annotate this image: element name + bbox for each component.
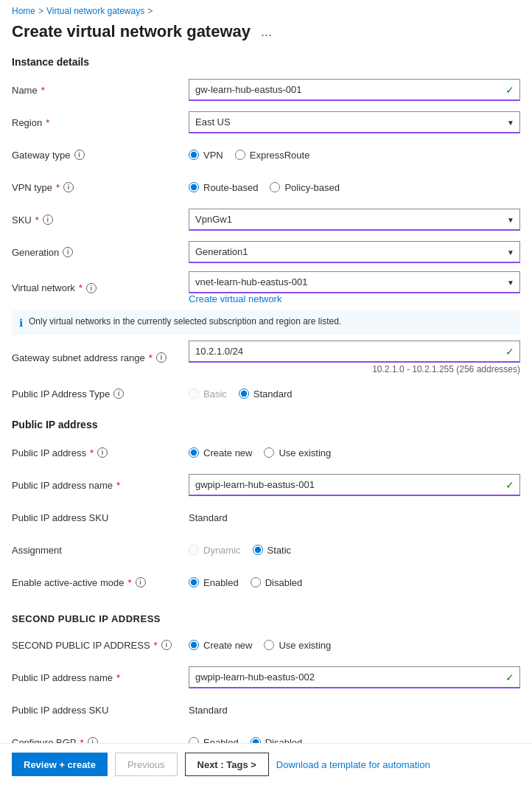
generation-control: Generation1 Generation2 ▼ <box>189 241 520 263</box>
vpn-type-row: VPN type * i Route-based Policy-based <box>12 174 520 200</box>
vpn-type-route-based[interactable]: Route-based <box>189 182 258 193</box>
second-public-ip-control: Create new Use existing <box>189 640 520 651</box>
second-public-ip-existing-radio[interactable] <box>264 640 274 650</box>
gateway-type-expressroute[interactable]: ExpressRoute <box>235 150 310 161</box>
second-public-ip-use-existing[interactable]: Use existing <box>264 640 331 651</box>
public-ip-type-info-icon[interactable]: i <box>113 388 124 399</box>
breadcrumb-vn-gateways[interactable]: Virtual network gateways <box>46 6 144 16</box>
ellipsis-button[interactable]: ... <box>258 24 275 40</box>
second-public-ip-create-radio[interactable] <box>189 640 199 650</box>
vnet-select[interactable]: vnet-learn-hub-eastus-001 <box>189 271 520 293</box>
gateway-type-vpn-radio[interactable] <box>189 150 199 160</box>
gateway-subnet-hint: 10.2.1.0 - 10.2.1.255 (256 addresses) <box>189 363 520 374</box>
gateway-subnet-required: * <box>149 352 153 363</box>
breadcrumb: Home > Virtual network gateways > <box>0 0 532 19</box>
public-ip-type-standard-radio[interactable] <box>239 388 249 399</box>
vnet-required: * <box>79 282 83 293</box>
second-public-ip-create-new[interactable]: Create new <box>189 640 252 651</box>
assignment-control: Dynamic Static <box>189 545 520 556</box>
second-public-ip-info-icon[interactable]: i <box>161 640 172 650</box>
active-active-control: Enabled Disabled <box>189 577 520 588</box>
active-active-disabled-radio[interactable] <box>251 577 261 587</box>
generation-select[interactable]: Generation1 Generation2 <box>189 241 520 263</box>
public-ip-use-existing[interactable]: Use existing <box>264 447 331 458</box>
gateway-type-vpn[interactable]: VPN <box>189 150 223 161</box>
sku-control: VpnGw1 VpnGw2 VpnGw3 ▼ <box>189 209 520 231</box>
breadcrumb-home[interactable]: Home <box>12 6 35 16</box>
public-ip-create-radio[interactable] <box>189 447 199 458</box>
public-ip-section-title: Public IP address <box>12 413 520 439</box>
second-public-ip-label: SECOND PUBLIC IP ADDRESS * i <box>12 640 189 651</box>
sku-select[interactable]: VpnGw1 VpnGw2 VpnGw3 <box>189 209 520 231</box>
assignment-label: Assignment <box>12 545 189 556</box>
public-ip-radio-group: Create new Use existing <box>189 447 520 458</box>
public-ip-existing-radio[interactable] <box>264 447 274 458</box>
public-ip-name-check-icon: ✓ <box>505 479 514 491</box>
vpn-type-policy-radio[interactable] <box>270 182 280 192</box>
page-title-row: Create virtual network gateway ... <box>0 19 532 50</box>
download-template-button[interactable]: Download a template for automation <box>276 759 430 770</box>
gateway-type-expressroute-radio[interactable] <box>235 150 245 160</box>
breadcrumb-sep2: > <box>147 6 153 16</box>
vnet-control: vnet-learn-hub-eastus-001 ▼ Create virtu… <box>189 271 520 304</box>
active-active-enabled-radio[interactable] <box>189 577 199 587</box>
active-active-required: * <box>127 577 131 588</box>
second-public-ip-sku-row: Public IP address SKU Standard <box>12 697 520 723</box>
create-vnet-link[interactable]: Create virtual network <box>189 293 520 304</box>
active-active-disabled-label: Disabled <box>265 577 303 588</box>
vpn-type-control: Route-based Policy-based <box>189 182 520 193</box>
second-public-ip-row: SECOND PUBLIC IP ADDRESS * i Create new … <box>12 632 520 658</box>
gateway-subnet-info-icon[interactable]: i <box>156 352 167 363</box>
public-ip-type-radio-group: Basic Standard <box>189 388 520 400</box>
region-required: * <box>46 117 49 128</box>
vpn-type-policy-based[interactable]: Policy-based <box>270 182 339 193</box>
active-active-disabled[interactable]: Disabled <box>251 577 303 588</box>
assignment-static-label: Static <box>267 545 292 556</box>
sku-select-wrapper: VpnGw1 VpnGw2 VpnGw3 ▼ <box>189 209 520 231</box>
name-input[interactable] <box>189 79 520 101</box>
second-public-ip-sku-control: Standard <box>189 705 520 716</box>
public-ip-name-control: ✓ <box>189 474 520 496</box>
active-active-row: Enable active-active mode * i Enabled Di… <box>12 569 520 596</box>
public-ip-type-row: Public IP Address Type i Basic Standard <box>12 380 520 407</box>
gateway-subnet-input[interactable] <box>189 341 520 363</box>
name-control: ✓ <box>189 79 520 101</box>
public-ip-existing-label: Use existing <box>279 447 331 458</box>
assignment-static-radio[interactable] <box>253 545 263 555</box>
public-ip-info-icon[interactable]: i <box>97 447 108 458</box>
active-active-info-icon[interactable]: i <box>136 577 146 587</box>
virtual-network-label: Virtual network * i <box>12 282 189 293</box>
sku-row: SKU * i VpnGw1 VpnGw2 VpnGw3 ▼ <box>12 206 520 233</box>
public-ip-create-new[interactable]: Create new <box>189 447 252 458</box>
public-ip-type-standard[interactable]: Standard <box>239 388 293 400</box>
gateway-type-row: Gateway type i VPN ExpressRoute <box>12 142 520 168</box>
vpn-type-info-icon[interactable]: i <box>63 182 74 192</box>
second-public-ip-name-check-icon: ✓ <box>505 671 514 683</box>
previous-button[interactable]: Previous <box>115 753 178 776</box>
active-active-enabled[interactable]: Enabled <box>189 577 239 588</box>
generation-label: Generation i <box>12 247 189 258</box>
gateway-type-info-icon[interactable]: i <box>74 150 85 160</box>
assignment-dynamic-radio <box>189 545 199 555</box>
public-ip-sku-value: Standard <box>189 512 228 523</box>
review-create-button[interactable]: Review + create <box>12 753 108 776</box>
next-button[interactable]: Next : Tags > <box>185 753 269 776</box>
assignment-dynamic: Dynamic <box>189 545 241 556</box>
second-public-ip-name-control: ✓ <box>189 666 520 688</box>
virtual-network-row: Virtual network * i vnet-learn-hub-eastu… <box>12 271 520 304</box>
vnet-info-icon[interactable]: i <box>86 283 97 293</box>
public-ip-required: * <box>90 447 94 458</box>
active-active-enabled-label: Enabled <box>203 577 239 588</box>
sku-info-icon[interactable]: i <box>43 214 53 225</box>
generation-info-icon[interactable]: i <box>63 247 73 257</box>
gateway-type-radio-group: VPN ExpressRoute <box>189 150 520 161</box>
region-select[interactable]: East US West US North Europe West Europe <box>189 111 520 133</box>
second-public-ip-name-required: * <box>116 672 120 683</box>
second-public-ip-existing-label: Use existing <box>279 640 331 651</box>
second-public-ip-name-input[interactable] <box>189 666 520 688</box>
public-ip-row: Public IP address * i Create new Use exi… <box>12 439 520 466</box>
public-ip-sku-label: Public IP address SKU <box>12 512 189 523</box>
public-ip-name-input[interactable] <box>189 474 520 496</box>
vpn-type-route-radio[interactable] <box>189 182 199 192</box>
assignment-static[interactable]: Static <box>253 545 292 556</box>
